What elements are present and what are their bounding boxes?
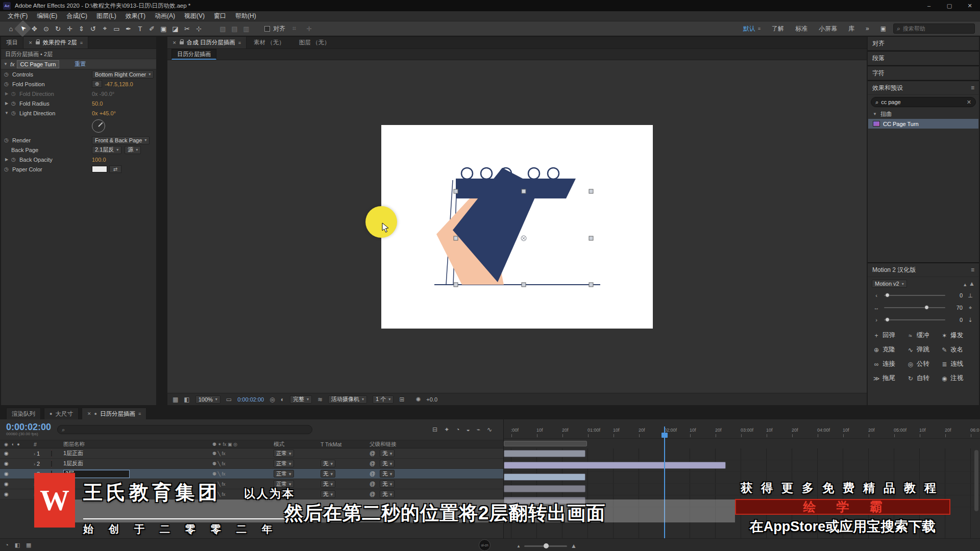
tab-footage[interactable]: 素材 （无） bbox=[247, 37, 292, 48]
current-time-display[interactable]: 0:00:02:00 00060 (30.00 fps) bbox=[6, 423, 51, 436]
menu-composition[interactable]: 合成(C) bbox=[62, 12, 92, 20]
menu-file[interactable]: 文件(F) bbox=[3, 12, 32, 20]
eye-icon[interactable]: ◉ bbox=[4, 450, 9, 456]
pickwhip-icon[interactable]: @ bbox=[370, 481, 375, 487]
column-number[interactable]: # bbox=[34, 441, 51, 447]
work-area-bar[interactable] bbox=[504, 441, 587, 446]
view-layout-dropdown[interactable]: 1 个 ▾ bbox=[373, 395, 394, 404]
motion-slider-2[interactable] bbox=[884, 307, 945, 308]
layer-duration-bar-3[interactable] bbox=[504, 473, 585, 481]
minimize-button[interactable]: – bbox=[919, 0, 939, 11]
twirl-closed-icon[interactable]: ▶ bbox=[4, 91, 9, 96]
snapshot-icon[interactable]: ◎ bbox=[270, 396, 275, 403]
tab-render-queue[interactable]: 渲染队列 bbox=[6, 408, 41, 419]
render-dropdown[interactable]: Front & Back Page ▾ bbox=[92, 136, 150, 144]
blend-mode-dropdown[interactable]: 正常 ▾ bbox=[274, 480, 294, 488]
menu-window[interactable]: 窗口 bbox=[209, 12, 231, 20]
layer-color-chip[interactable] bbox=[51, 491, 52, 498]
motion-button-connect[interactable]: ∞连接 bbox=[873, 360, 906, 368]
panel-menu-icon[interactable]: ≡ bbox=[238, 40, 241, 45]
layer-row-1[interactable]: ◉ › 1 1层正面 ⚉ ╲ fx 正常 ▾ @ 无 ▾ bbox=[0, 448, 503, 459]
column-layer-name[interactable]: 图层名称 bbox=[63, 441, 212, 448]
motion-button-orbit[interactable]: ◎公转 bbox=[907, 360, 940, 368]
panel-menu-icon[interactable]: ≡ bbox=[971, 266, 974, 273]
slider-knob[interactable] bbox=[924, 305, 929, 310]
effects-search-input[interactable] bbox=[881, 99, 942, 105]
motion-button-rename[interactable]: ✎改名 bbox=[941, 345, 974, 354]
timeline-search[interactable]: ⌕ bbox=[57, 425, 312, 434]
back-opacity-value[interactable]: 100.0 bbox=[92, 157, 106, 163]
zoom-tool-icon[interactable]: ⊙ bbox=[40, 22, 52, 35]
motion-button-bounce[interactable]: +回弹 bbox=[873, 331, 906, 340]
twirl-closed-icon[interactable]: ▶ bbox=[4, 101, 9, 106]
workspace-small-screen[interactable]: 小屏幕 bbox=[819, 24, 837, 33]
layer-row-3-selected[interactable]: ◉ › 3 ⚉ ╲ fx 正常 ▾ 无 ▾ @ 无 ▾ bbox=[0, 469, 503, 479]
twirl-closed-icon[interactable]: ▶ bbox=[4, 157, 9, 162]
magnification-dropdown[interactable]: 100% ▾ bbox=[195, 395, 220, 404]
layer-color-chip[interactable] bbox=[51, 460, 52, 467]
layer-switches-icons[interactable]: ⚉ ╲ fx bbox=[212, 492, 274, 497]
menu-layer[interactable]: 图层(L) bbox=[92, 12, 121, 20]
snap-option-icon-1[interactable]: ⌗ bbox=[288, 22, 300, 35]
trkmat-dropdown[interactable]: 无 ▾ bbox=[321, 490, 335, 498]
slider-value[interactable]: 70 bbox=[949, 305, 963, 311]
frame-blend-toggle-icon[interactable]: ◧ bbox=[15, 542, 20, 548]
back-page-source-dropdown[interactable]: 源 ▾ bbox=[125, 146, 141, 154]
workspace-standard[interactable]: 标准 bbox=[795, 24, 807, 33]
stopwatch-icon[interactable]: ◷ bbox=[11, 157, 17, 162]
menu-help[interactable]: 帮助(H) bbox=[231, 12, 261, 20]
eye-icon[interactable]: ◉ bbox=[4, 481, 9, 487]
twirl-icon[interactable]: › bbox=[34, 492, 35, 497]
light-direction-value[interactable]: 0x +45.0° bbox=[92, 110, 116, 116]
parent-dropdown[interactable]: 无 ▾ bbox=[380, 470, 395, 478]
motion-button-wire[interactable]: ≣连线 bbox=[941, 360, 974, 368]
twirl-icon[interactable]: › bbox=[34, 472, 35, 477]
snap-option-icon-2[interactable]: ✛ bbox=[303, 22, 315, 35]
motion-button-ease[interactable]: ≈缓冲 bbox=[907, 331, 940, 340]
graph-editor-icon[interactable]: ∿ bbox=[487, 426, 492, 433]
layer-switches-icons[interactable]: ⚉ ╲ fx bbox=[212, 482, 274, 487]
tab-timeline-comp[interactable]: ✕ ● 日历分层插画 ≡ bbox=[82, 408, 146, 419]
align-panel-header[interactable]: 对齐 bbox=[868, 37, 979, 51]
squeeze-icon[interactable]: ↔ bbox=[873, 305, 880, 311]
column-trkmat[interactable]: T TrkMat bbox=[321, 441, 370, 447]
paper-color-swatch[interactable] bbox=[92, 166, 107, 172]
puppet-pin-tool-icon[interactable]: ⊹ bbox=[193, 22, 205, 35]
zoom-knob[interactable] bbox=[544, 543, 549, 548]
effects-search[interactable]: ⌕ ✕ bbox=[871, 97, 976, 107]
layer-switches-icons[interactable]: ⚉ ╲ fx bbox=[212, 461, 274, 466]
effect-header[interactable]: ▼ fx CC Page Turn 重置 bbox=[1, 59, 156, 69]
time-ruler[interactable]: :00f 10f 20f 01:00f 10f 20f 02:00f 10f 2… bbox=[504, 427, 980, 439]
parent-dropdown[interactable]: 无 ▾ bbox=[380, 490, 395, 498]
stopwatch-icon[interactable]: ◷ bbox=[11, 110, 17, 116]
roto-brush-tool-icon[interactable]: ✂ bbox=[181, 22, 193, 35]
character-panel-header[interactable]: 字符 bbox=[868, 66, 979, 80]
mask-tool-icon[interactable]: ▧ bbox=[217, 22, 229, 35]
anchor-icon[interactable]: ⊥ bbox=[967, 292, 974, 299]
layer-duration-bar-4[interactable] bbox=[504, 485, 585, 492]
back-page-layer-dropdown[interactable]: 2.1层反 ▾ bbox=[92, 146, 121, 154]
motion-panel-header[interactable]: Motion 2 汉化版 ≡ bbox=[868, 263, 979, 277]
region-of-interest-icon[interactable]: ▭ bbox=[226, 396, 232, 403]
trkmat-dropdown[interactable]: 无 ▾ bbox=[321, 470, 335, 478]
trkmat-dropdown[interactable]: 无 ▾ bbox=[321, 480, 335, 488]
column-mode[interactable]: 模式 bbox=[274, 441, 321, 448]
menu-animation[interactable]: 动画(A) bbox=[150, 12, 180, 20]
snapping-control[interactable]: 对齐 ⌗ ✛ bbox=[264, 22, 315, 35]
cti-handle[interactable] bbox=[662, 433, 668, 438]
eye-icon[interactable]: ◉ bbox=[4, 491, 9, 497]
tab-close-icon[interactable]: ✕ bbox=[173, 40, 177, 45]
composition-viewer[interactable] bbox=[167, 60, 867, 393]
twirl-icon[interactable]: › bbox=[34, 482, 35, 487]
workspace-libraries[interactable]: 库 bbox=[848, 24, 854, 33]
slider-value[interactable]: 0 bbox=[949, 292, 963, 298]
trkmat-dropdown[interactable]: 无 ▾ bbox=[321, 460, 335, 467]
stopwatch-icon[interactable]: ◷ bbox=[4, 137, 10, 143]
channels-icon[interactable]: ◧ bbox=[184, 396, 189, 403]
blend-mode-dropdown[interactable]: 正常 ▾ bbox=[274, 490, 294, 498]
layer-rename-input[interactable] bbox=[63, 470, 130, 478]
eye-icon[interactable]: ◉ bbox=[4, 461, 9, 466]
motion-slider-3[interactable] bbox=[884, 319, 945, 320]
motion-button-spring[interactable]: ∿弹跳 bbox=[907, 345, 940, 354]
camera-dropdown[interactable]: 活动摄像机 ▾ bbox=[328, 395, 367, 404]
